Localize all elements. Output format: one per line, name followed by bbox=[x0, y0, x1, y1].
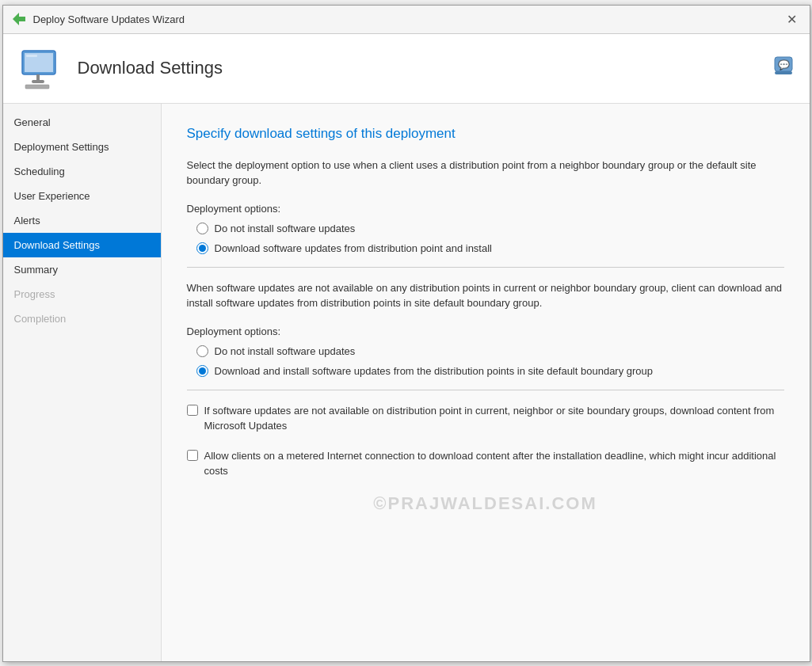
section2-radio2-label: Download and install software updates fr… bbox=[215, 365, 654, 377]
section1-radio1-option: Do not install software updates bbox=[196, 223, 784, 234]
sidebar-item-progress: Progress bbox=[3, 282, 161, 306]
sidebar-item-download-settings[interactable]: Download Settings bbox=[3, 233, 161, 257]
section2-radio2-input[interactable] bbox=[196, 365, 208, 377]
wizard-window: Deploy Software Updates Wizard ✕ Downloa… bbox=[2, 5, 810, 662]
title-bar-left: Deploy Software Updates Wizard bbox=[11, 11, 185, 27]
section1-description: Select the deployment option to use when… bbox=[187, 158, 784, 188]
section1-radio-group: Do not install software updates Download… bbox=[187, 223, 784, 254]
checkbox1-label: If software updates are not available on… bbox=[204, 403, 784, 434]
svg-rect-3 bbox=[36, 74, 40, 80]
header-title: Download Settings bbox=[78, 58, 223, 78]
section2-options-label: Deployment options: bbox=[187, 325, 784, 337]
sidebar-item-summary[interactable]: Summary bbox=[3, 257, 161, 282]
svg-rect-5 bbox=[25, 85, 49, 89]
svg-rect-8 bbox=[775, 71, 792, 74]
sidebar-item-general[interactable]: General bbox=[3, 110, 161, 135]
title-bar: Deploy Software Updates Wizard ✕ bbox=[3, 6, 810, 34]
section2-radio1-input[interactable] bbox=[196, 345, 208, 357]
checkbox2-option: Allow clients on a metered Internet conn… bbox=[187, 448, 784, 479]
wizard-icon bbox=[11, 11, 27, 27]
section1-radio1-label: Do not install software updates bbox=[215, 223, 356, 234]
section1-radio1-input[interactable] bbox=[196, 223, 208, 234]
svg-text:💬: 💬 bbox=[777, 59, 789, 70]
content-area: General Deployment Settings Scheduling U… bbox=[3, 104, 810, 661]
section2-radio1-label: Do not install software updates bbox=[215, 345, 356, 357]
section-title: Specify download settings of this deploy… bbox=[187, 126, 784, 142]
watermark: ©PRAJWALDESAI.COM bbox=[187, 493, 784, 514]
sidebar-item-scheduling[interactable]: Scheduling bbox=[3, 159, 161, 184]
divider1 bbox=[187, 267, 784, 268]
divider2 bbox=[187, 390, 784, 390]
sidebar-item-alerts[interactable]: Alerts bbox=[3, 208, 161, 233]
section1-radio2-option: Download software updates from distribut… bbox=[196, 242, 784, 254]
sidebar: General Deployment Settings Scheduling U… bbox=[3, 104, 162, 661]
title-bar-text: Deploy Software Updates Wizard bbox=[33, 13, 185, 25]
checkbox1-input[interactable] bbox=[187, 405, 198, 416]
section2-description: When software updates are not available … bbox=[187, 280, 784, 311]
header-bar: Download Settings 💬 bbox=[3, 34, 810, 104]
sidebar-item-user-experience[interactable]: User Experience bbox=[3, 184, 161, 208]
help-icon[interactable]: 💬 bbox=[773, 55, 794, 81]
svg-rect-4 bbox=[32, 80, 44, 83]
checkbox2-input[interactable] bbox=[187, 450, 198, 461]
section1-radio2-label: Download software updates from distribut… bbox=[215, 242, 492, 254]
header-computer-icon bbox=[19, 46, 63, 90]
section2-radio1-option: Do not install software updates bbox=[196, 345, 784, 357]
main-content: Specify download settings of this deploy… bbox=[162, 104, 810, 661]
checkbox2-label: Allow clients on a metered Internet conn… bbox=[204, 448, 784, 479]
section1-options-label: Deployment options: bbox=[187, 203, 784, 215]
sidebar-item-completion: Completion bbox=[3, 306, 161, 331]
section2-radio-group: Do not install software updates Download… bbox=[187, 345, 784, 377]
svg-marker-0 bbox=[13, 13, 25, 25]
section1-radio2-input[interactable] bbox=[196, 242, 208, 254]
svg-rect-6 bbox=[26, 55, 37, 57]
sidebar-item-deployment-settings[interactable]: Deployment Settings bbox=[3, 135, 161, 159]
section2-radio2-option: Download and install software updates fr… bbox=[196, 365, 784, 377]
close-button[interactable]: ✕ bbox=[783, 10, 802, 29]
checkbox1-option: If software updates are not available on… bbox=[187, 403, 784, 434]
